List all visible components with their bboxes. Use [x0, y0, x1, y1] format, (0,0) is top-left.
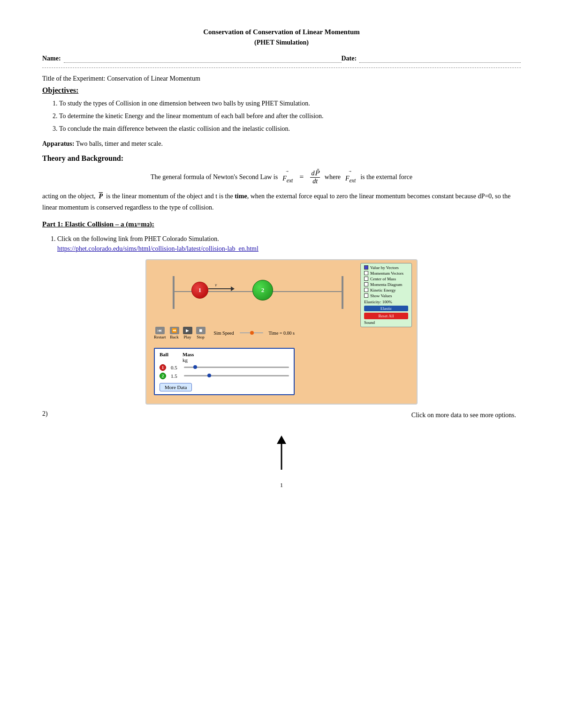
list-item: To study the types of Collision in one d…	[59, 98, 521, 108]
sim-link[interactable]: https://phet.colorado.edu/sims/html/coll…	[57, 244, 521, 254]
more-data-button[interactable]: More Data	[160, 383, 192, 391]
page-title: Conservation of Conservation of Linear M…	[42, 28, 521, 36]
objectives-list: To study the types of Collision in one d…	[59, 98, 521, 134]
velocity-label: v	[215, 282, 217, 287]
col-ball: Ball	[160, 352, 168, 363]
page-subtitle: (PHET Simulation)	[42, 39, 521, 46]
left-wall	[173, 276, 175, 309]
play-icon: ▶	[183, 327, 192, 334]
ball1-mass-slider[interactable]	[184, 367, 289, 368]
date-field: Date:	[342, 55, 521, 64]
date-dotted-line	[359, 55, 521, 63]
svg-marker-1	[277, 435, 286, 444]
ball1-mass: 0.5	[171, 365, 177, 370]
name-dotted-line	[64, 55, 342, 63]
col-mass: Mass kg	[183, 352, 194, 363]
velocity-arrow	[208, 288, 232, 289]
apparatus-heading: Apparatus:	[42, 140, 74, 147]
right-wall	[342, 276, 343, 309]
dp-dt-fraction: dP̄ dt	[310, 169, 320, 185]
list-item: To conclude the main difference between …	[59, 124, 521, 134]
dt-header: Ball Mass kg	[160, 352, 289, 363]
arrow-up-container	[42, 435, 521, 472]
part1-heading: Part 1: Elastic Collision – a (m₁=m₂):	[42, 220, 521, 228]
theory-body: acting on the object, P is the linear mo…	[42, 191, 521, 213]
date-label: Date:	[342, 55, 357, 62]
fext-vec: ⃗ Fext	[282, 171, 293, 184]
data-table-box: Ball Mass kg 1 0.5 2 1.5	[154, 348, 295, 395]
name-field: Name:	[42, 55, 342, 64]
ball2: 2	[252, 280, 273, 300]
page-number: 1	[42, 481, 521, 489]
name-date-row: Name: Date:	[42, 55, 521, 64]
play-label: Play	[183, 335, 191, 339]
step2-number: 2)	[42, 410, 59, 420]
slider-thumb-icon	[193, 365, 197, 369]
data-row-2: 2 1.5	[160, 373, 289, 379]
step-list: Click on the following link from PHET Co…	[57, 234, 521, 254]
step2-row: Ball Mass kg 1 0.5 2 1.5	[154, 343, 409, 395]
ball2-mass: 1.5	[171, 373, 177, 379]
apparatus-row: Apparatus: Two balls, timer and meter sc…	[42, 140, 521, 148]
stop-label: Stop	[197, 335, 205, 339]
apparatus-text: Two balls, timer and meter scale.	[76, 140, 163, 147]
restart-icon: ⏮	[155, 327, 165, 334]
list-item: To determine the kinetic Energy and the …	[59, 111, 521, 121]
step2-outer-row: 2) Click on more data to see more option…	[42, 410, 521, 420]
back-button[interactable]: ⏪ Back	[170, 327, 179, 339]
restart-label: Restart	[154, 335, 166, 339]
speed-slider[interactable]	[240, 330, 263, 336]
experiment-title: Conservation of Linear Momentum	[107, 75, 200, 82]
step2-sim-placeholder	[59, 410, 408, 420]
equals-sign: =	[299, 173, 304, 181]
time-label: Time = 0.00 s	[269, 330, 295, 336]
fext2-vec: ⃗ Fext	[345, 171, 356, 184]
formula-row: The general formula of Newton's Second L…	[42, 169, 521, 185]
slider-thumb-icon	[207, 374, 211, 377]
step2-note: Click on more data to see more options.	[411, 410, 516, 420]
ball1: 1	[191, 282, 208, 299]
section-divider	[42, 68, 521, 68]
formula-box: ⃗ Fext = dP̄ dt	[282, 169, 320, 185]
ball1-dot: 1	[160, 364, 166, 371]
formula-prefix: The general formula of Newton's Second L…	[151, 173, 278, 181]
back-icon: ⏪	[170, 327, 179, 334]
ball2-dot: 2	[160, 373, 166, 379]
restart-button[interactable]: ⏮ Restart	[154, 327, 166, 339]
back-label: Back	[170, 335, 179, 339]
stop-button[interactable]: ⏹ Stop	[196, 327, 205, 339]
step1-text: Click on the following link from PHET Co…	[57, 235, 219, 242]
stop-icon: ⏹	[196, 327, 205, 334]
ball2-mass-slider[interactable]	[184, 375, 289, 376]
experiment-section-label: Title of the Experiment:	[42, 75, 105, 82]
theory-heading: Theory and Background:	[42, 154, 521, 163]
step1-item: Click on the following link from PHET Co…	[57, 234, 521, 254]
where-text: where	[325, 173, 341, 181]
play-button[interactable]: ▶ Play	[183, 327, 192, 339]
objectives-heading: Objectives:	[42, 86, 521, 95]
name-label: Name:	[42, 55, 61, 62]
arrow-up-icon	[274, 435, 289, 472]
experiment-title-row: Title of the Experiment: Conservation of…	[42, 75, 521, 83]
sim-stage: 1 v 2	[154, 267, 409, 323]
sim-speed-label: Sim Speed	[214, 330, 234, 336]
simulation-container: Value by Vectors Momentum Vectors Center…	[145, 259, 418, 405]
data-row-1: 1 0.5	[160, 364, 289, 371]
formula-suffix: is the external force	[360, 173, 412, 181]
sim-controls: ⏮ Restart ⏪ Back ▶ Play ⏹ Stop Sim Speed…	[154, 327, 409, 339]
